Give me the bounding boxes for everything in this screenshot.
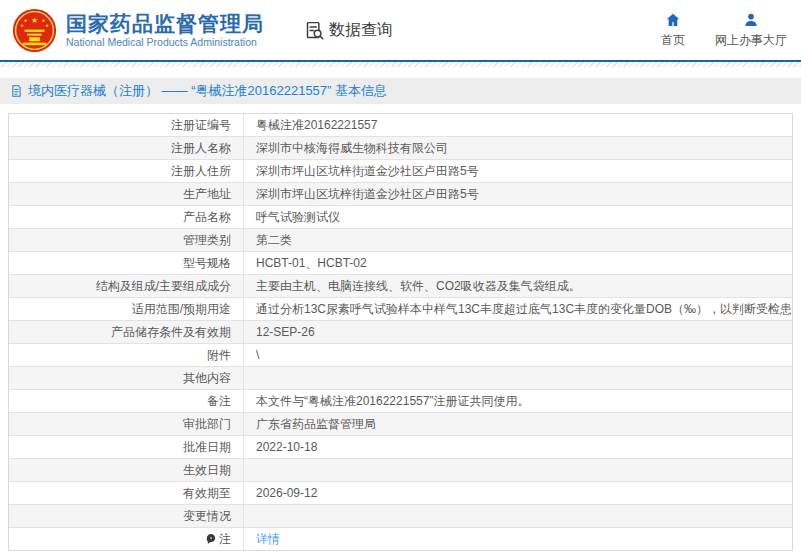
row-value [244, 459, 792, 481]
row-label: 结构及组成/主要组成成分 [9, 275, 244, 297]
table-row: 有效期至2026-09-12 [9, 481, 792, 504]
table-row: 变更情况 [9, 504, 792, 527]
row-value: HCBT-01、HCBT-02 [244, 252, 792, 274]
row-label: 适用范围/预期用途 [9, 298, 244, 320]
row-value: 深圳市坪山区坑梓街道金沙社区卢田路5号 [244, 160, 792, 182]
row-label: 产品储存条件及有效期 [9, 321, 244, 343]
row-label: 附件 [9, 344, 244, 366]
row-label: 生产地址 [9, 183, 244, 205]
svg-text:★: ★ [23, 17, 27, 22]
divider-stripe [0, 62, 801, 67]
svg-text:★: ★ [20, 22, 24, 27]
row-value: 详情 [244, 528, 792, 550]
row-label: 管理类别 [9, 229, 244, 251]
breadcrumb-bar: 境内医疗器械（注册） —— “粤械注准20162221557” 基本信息 [0, 78, 801, 104]
header: ★ ★ ★ ★ ★ 国家药品监督管理局 National Medical Pro… [0, 0, 801, 62]
header-nav: 首页 网上办事大厅 [661, 12, 787, 49]
table-row: 注详情 [9, 527, 792, 550]
row-value: 通过分析13C尿素呼气试验样本中样气13C丰度超过底气13C丰度的变化量DOB（… [244, 298, 792, 320]
table-row: 型号规格HCBT-01、HCBT-02 [9, 251, 792, 274]
row-value [244, 505, 792, 527]
row-value: 2026-09-12 [244, 482, 792, 504]
details-link[interactable]: 详情 [256, 532, 280, 546]
row-value [244, 367, 792, 389]
table-row: 备注本文件与“粤械注准20162221557”注册证共同使用。 [9, 389, 792, 412]
site-title: 国家药品监督管理局 [66, 11, 264, 36]
info-table: 注册证编号粤械注准20162221557注册人名称深圳市中核海得威生物科技有限公… [8, 113, 793, 551]
data-query-icon [304, 20, 325, 41]
row-value: 广东省药品监督管理局 [244, 413, 792, 435]
nav-online-hall-label: 网上办事大厅 [715, 32, 787, 49]
row-value: 粤械注准20162221557 [244, 114, 792, 136]
row-label: 型号规格 [9, 252, 244, 274]
row-label: 备注 [9, 390, 244, 412]
svg-text:★: ★ [41, 17, 45, 22]
row-label: 注册人名称 [9, 137, 244, 159]
row-label: 注册人住所 [9, 160, 244, 182]
table-row: 适用范围/预期用途通过分析13C尿素呼气试验样本中样气13C丰度超过底气13C丰… [9, 297, 792, 320]
table-row: 产品名称呼气试验测试仪 [9, 205, 792, 228]
row-label: 注 [9, 528, 244, 550]
table-row: 生产地址深圳市坪山区坑梓街道金沙社区卢田路5号 [9, 182, 792, 205]
nav-online-hall[interactable]: 网上办事大厅 [715, 12, 787, 49]
page-title: 境内医疗器械（注册） —— “粤械注准20162221557” 基本信息 [28, 82, 387, 100]
row-value: 呼气试验测试仪 [244, 206, 792, 228]
data-query-label: 数据查询 [329, 20, 393, 41]
row-label: 审批部门 [9, 413, 244, 435]
row-value: 本文件与“粤械注准20162221557”注册证共同使用。 [244, 390, 792, 412]
table-row: 产品储存条件及有效期12-SEP-26 [9, 320, 792, 343]
row-value: 主要由主机、电脑连接线、软件、CO2吸收器及集气袋组成。 [244, 275, 792, 297]
row-label: 变更情况 [9, 505, 244, 527]
row-value: 第二类 [244, 229, 792, 251]
row-value: \ [244, 344, 792, 366]
table-row: 附件\ [9, 343, 792, 366]
table-row: 审批部门广东省药品监督管理局 [9, 412, 792, 435]
row-label: 有效期至 [9, 482, 244, 504]
row-value: 深圳市坪山区坑梓街道金沙社区卢田路5号 [244, 183, 792, 205]
row-value: 2022-10-18 [244, 436, 792, 458]
national-emblem-icon: ★ ★ ★ ★ ★ [12, 8, 57, 53]
table-row: 其他内容 [9, 366, 792, 389]
document-icon [10, 84, 23, 98]
nav-home-label: 首页 [661, 32, 685, 49]
row-label: 生效日期 [9, 459, 244, 481]
table-row: 结构及组成/主要组成成分主要由主机、电脑连接线、软件、CO2吸收器及集气袋组成。 [9, 274, 792, 297]
row-label: 其他内容 [9, 367, 244, 389]
table-row: 管理类别第二类 [9, 228, 792, 251]
table-row: 注册人住所深圳市坪山区坑梓街道金沙社区卢田路5号 [9, 159, 792, 182]
table-row: 注册人名称深圳市中核海得威生物科技有限公司 [9, 136, 792, 159]
site-subtitle: National Medical Products Administration [66, 36, 264, 49]
table-row: 注册证编号粤械注准20162221557 [9, 114, 792, 136]
svg-text:★: ★ [31, 16, 38, 25]
svg-text:★: ★ [45, 22, 49, 27]
person-icon [743, 12, 759, 28]
home-icon [665, 12, 681, 28]
site-logo[interactable]: ★ ★ ★ ★ ★ 国家药品监督管理局 National Medical Pro… [12, 8, 264, 53]
note-balloon-icon [205, 533, 217, 545]
brand-text: 国家药品监督管理局 National Medical Products Admi… [66, 11, 264, 49]
row-label: 产品名称 [9, 206, 244, 228]
table-row: 批准日期2022-10-18 [9, 435, 792, 458]
row-value: 12-SEP-26 [244, 321, 792, 343]
row-label: 批准日期 [9, 436, 244, 458]
table-row: 生效日期 [9, 458, 792, 481]
nav-home[interactable]: 首页 [661, 12, 685, 49]
row-value: 深圳市中核海得威生物科技有限公司 [244, 137, 792, 159]
row-label: 注册证编号 [9, 114, 244, 136]
data-query-section[interactable]: 数据查询 [304, 20, 393, 41]
